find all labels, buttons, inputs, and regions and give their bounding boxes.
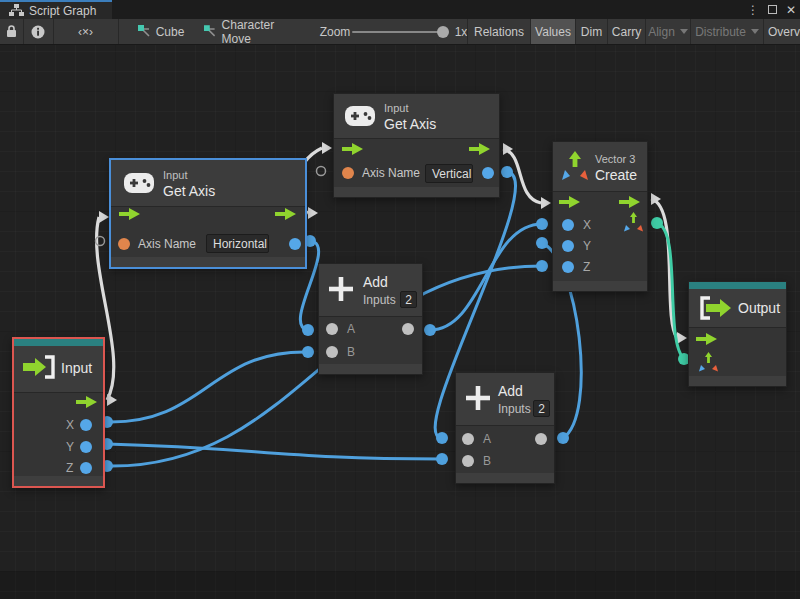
inputs-label: Inputs [363, 293, 396, 307]
node-category: Vector 3 [595, 153, 635, 165]
wire-endpoint-dot[interactable] [436, 453, 448, 465]
node-footer [689, 376, 786, 386]
wire-endpoint-dot[interactable] [557, 432, 569, 444]
wire-endpoint-dot[interactable] [424, 324, 436, 336]
port-axis-name[interactable] [118, 238, 130, 250]
port-result[interactable] [289, 238, 301, 250]
wire-arrowhead [541, 197, 551, 209]
port-result[interactable] [482, 167, 494, 179]
wire-endpoint-dot[interactable] [302, 324, 314, 336]
axis-name-field[interactable]: Vertical [425, 164, 473, 183]
graph-ref-character-move[interactable]: Character Move [204, 19, 304, 44]
toggle-carry[interactable]: Carry [608, 19, 645, 44]
vector3-result-port-icon[interactable] [624, 212, 643, 232]
api-button[interactable]: ‹×› [54, 19, 117, 44]
flow-out-arrow[interactable] [275, 208, 297, 220]
flow-in-arrow[interactable] [696, 333, 718, 345]
port-label-axis-name: Axis Name [138, 237, 196, 251]
vector3-icon [561, 151, 589, 181]
node-footer [456, 473, 554, 483]
graph-ref-label: Character Move [222, 18, 304, 46]
flow-in-arrow[interactable] [342, 143, 364, 155]
port-label-y: Y [583, 239, 591, 253]
wire-input-y-to-add2-b[interactable] [107, 444, 442, 459]
menu-kebab-icon[interactable]: ⋮ [747, 4, 759, 16]
toggle-overview[interactable]: Overview [764, 19, 800, 44]
flow-out-arrow[interactable] [619, 196, 641, 208]
port-axis-name[interactable] [342, 167, 354, 179]
graph-toolbar: ‹×› Cube Character Move Zoom 1x R [0, 19, 800, 45]
zoom-slider-knob[interactable] [437, 26, 449, 38]
toggle-values[interactable]: Values [531, 19, 575, 44]
dropdown-distribute[interactable]: Distribute [691, 19, 763, 44]
lock-icon [6, 25, 17, 38]
wire-endpoint-dot[interactable] [501, 166, 513, 178]
inputs-label: Inputs [498, 402, 531, 416]
node-category: Input [384, 102, 408, 114]
node-get-axis-horizontal[interactable]: Input Get Axis Axis Name Horizontal [110, 159, 306, 268]
wire-endpoint-dot[interactable] [302, 346, 314, 358]
node-get-axis-vertical[interactable]: Input Get Axis Axis Name Vertical [333, 93, 500, 198]
zoom-slider-track[interactable] [352, 31, 444, 33]
node-vector3-create[interactable]: Vector 3 Create X Y Z [552, 141, 648, 292]
wire-endpoint-dot[interactable] [651, 217, 663, 229]
zoom-label: Zoom [318, 19, 352, 44]
node-graph-input[interactable]: Input X Y Z [12, 337, 105, 488]
wire-input-x-to-add1-b[interactable] [107, 352, 308, 422]
wire-add1-result-to-vector3-x[interactable] [430, 224, 542, 330]
wire-endpoint-dot[interactable] [436, 432, 448, 444]
graph-canvas[interactable]: Input X Y Z Input Get Axis [0, 45, 800, 599]
node-title: Add [498, 383, 523, 399]
inputs-count-field[interactable]: 2 [533, 400, 550, 417]
flow-out-arrow[interactable] [469, 143, 491, 155]
axis-name-field[interactable]: Horizontal [206, 234, 269, 253]
inputs-count-field[interactable]: 2 [400, 291, 417, 308]
tab-script-graph[interactable]: Script Graph [0, 0, 112, 19]
wire-endpoint-dot[interactable] [536, 237, 548, 249]
dropdown-align[interactable]: Align [646, 19, 690, 44]
flow-in-arrow[interactable] [559, 196, 581, 208]
port-sum[interactable] [402, 323, 414, 335]
node-add-1[interactable]: Add Inputs 2 A B [318, 263, 423, 375]
wire-endpoint-dot[interactable] [536, 218, 548, 230]
graph-ref-cube[interactable]: Cube [132, 19, 190, 44]
node-accent-bar [689, 282, 786, 289]
maximize-icon[interactable] [768, 5, 777, 14]
tab-title: Script Graph [29, 4, 96, 18]
unconnected-port-indicator[interactable] [317, 167, 326, 176]
port-label-z: Z [66, 461, 73, 475]
port-y[interactable] [562, 240, 574, 252]
port-label-b: B [347, 345, 355, 359]
lock-button[interactable] [0, 19, 22, 44]
node-graph-output[interactable]: Output [688, 281, 787, 387]
close-icon[interactable]: ✕ [786, 4, 796, 16]
flow-in-arrow[interactable] [119, 208, 141, 220]
port-x[interactable] [80, 419, 92, 431]
flow-out-arrow[interactable] [76, 396, 98, 408]
wire-arrowhead [308, 207, 318, 219]
graph-hierarchy-icon [9, 4, 24, 17]
port-z[interactable] [562, 261, 574, 273]
port-a[interactable] [462, 433, 474, 445]
graph-input-icon [22, 354, 56, 380]
wire-endpoint-dot[interactable] [536, 260, 548, 272]
toggle-dim[interactable]: Dim [576, 19, 607, 44]
vector3-value-port-icon[interactable] [699, 352, 718, 372]
chevron-down-icon [751, 29, 759, 34]
port-label-a: A [483, 432, 491, 446]
node-footer [14, 476, 103, 486]
node-accent-bar [14, 339, 103, 346]
graph-ref-label: Cube [156, 25, 185, 39]
port-sum[interactable] [535, 433, 547, 445]
port-y[interactable] [80, 441, 92, 453]
node-title: Create [595, 167, 637, 183]
port-z[interactable] [80, 462, 92, 474]
info-button[interactable] [24, 19, 52, 44]
port-x[interactable] [562, 219, 574, 231]
port-a[interactable] [326, 323, 338, 335]
toggle-relations[interactable]: Relations [468, 19, 530, 44]
node-add-2[interactable]: Add Inputs 2 A B [455, 372, 555, 484]
port-b[interactable] [326, 346, 338, 358]
port-b[interactable] [462, 455, 474, 467]
tab-bar: Script Graph ⋮ ✕ [0, 0, 800, 19]
